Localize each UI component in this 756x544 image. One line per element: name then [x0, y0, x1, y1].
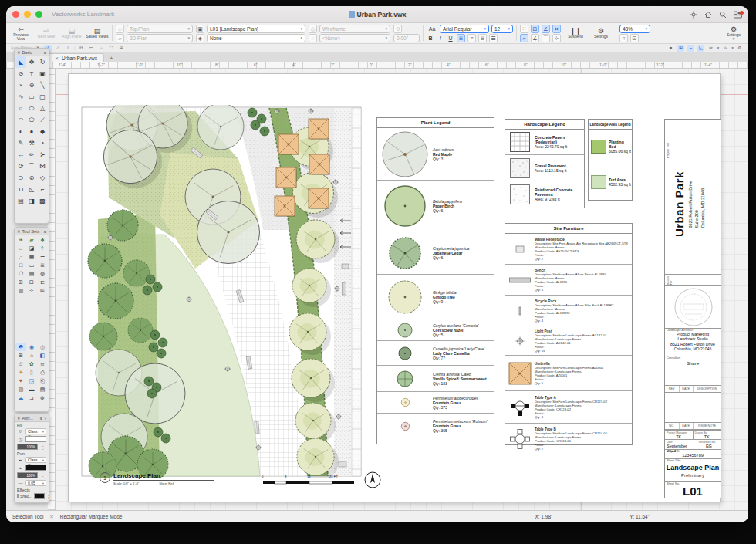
pen-style-icon[interactable]: ✑	[707, 45, 714, 52]
plant-legend-row[interactable]: Pennisetum alopecuroidesFountain GrassQt…	[377, 392, 494, 414]
lighting-tool-icon[interactable]: ⊹	[26, 286, 37, 295]
tool-sets-palette[interactable]: ✕Tool Sets≡ ❧▰♣ ▱◪↟ ⋰▦☰ □▭≣ ⬠▤◍ ⊞⊟⊏ ▥⊹⊨ …	[14, 227, 49, 412]
next-view-button[interactable]: ⇨Next View	[35, 28, 58, 39]
render-dropdown[interactable]: Wireframe▾	[319, 25, 390, 33]
class-dropdown[interactable]: None▾	[207, 34, 305, 42]
irrigation-tool-icon[interactable]: ▤	[26, 269, 37, 278]
fit-objects-icon[interactable]: ⌗	[619, 34, 628, 42]
view-solid-icon[interactable]: ■	[667, 45, 674, 52]
grid-tool-icon[interactable]: ⊞	[15, 278, 26, 286]
snap-grid-icon[interactable]: ⁙	[520, 25, 528, 33]
mode-settings-gear-icon[interactable]: ⚙	[736, 45, 744, 52]
printer-icon[interactable]: ⎙	[37, 368, 48, 377]
zoom-dropdown[interactable]: 48%▾	[619, 25, 650, 33]
control-center-icon[interactable]	[734, 11, 742, 19]
smart-points-icon[interactable]: ⊹	[552, 34, 561, 42]
document-tab[interactable]: ✕Urban Park.vwx	[48, 53, 104, 62]
mode-grid-icon[interactable]: ⊞	[117, 45, 125, 52]
stake-tool-icon[interactable]: ⊕	[26, 79, 37, 91]
plant-legend-row[interactable]: Camellia japonica 'Lady Clare'Lady Clare…	[377, 341, 494, 366]
sheet-icon[interactable]: ▤	[37, 385, 48, 394]
view-shear-icon[interactable]: ◺	[697, 45, 704, 52]
spiral-tool-icon[interactable]: ◐	[15, 126, 26, 137]
stair-tool-icon[interactable]: ≣	[37, 261, 48, 269]
triangle-tool-icon[interactable]: △	[37, 103, 48, 114]
concrete-strip[interactable]	[352, 108, 361, 476]
furniture-row[interactable]: Bicycle RackDescription: SiteFurn Anova …	[505, 296, 632, 326]
font-menu[interactable]: Aa	[427, 26, 437, 32]
close-palette-icon[interactable]: ✕	[17, 416, 21, 421]
align-left-icon[interactable]: ≣	[457, 34, 465, 42]
selection-tool-icon[interactable]: ◣	[15, 56, 26, 68]
shadow-color-swatch[interactable]	[34, 493, 45, 499]
camera-icon[interactable]: ⊙	[15, 360, 26, 368]
pen-opacity-menu-icon[interactable]: ⋮	[39, 473, 46, 478]
chamfer-tool-icon[interactable]: ◺	[26, 184, 37, 195]
flyover-tool-icon[interactable]: ↻	[37, 56, 48, 68]
dim-tool-icon[interactable]: ⌐	[37, 184, 48, 195]
arc-tool-icon[interactable]: ◠	[15, 114, 26, 126]
landscape-area-legend-panel[interactable]: Landscape Area Legend Planting Bed6085.0…	[588, 119, 633, 201]
layer-dropdown[interactable]: L01 [Landscape Plan]▾	[207, 25, 305, 33]
drawing-canvas[interactable]: Plant Legend Acer rubrumRed MapleQty: 3 …	[56, 69, 748, 510]
snap-edge-icon[interactable]: ⌐	[520, 34, 528, 42]
close-tab-icon[interactable]: ✕	[55, 56, 59, 61]
drawing-label[interactable]: 1 Landscape Plan Scale: 1/8" = 1'-0" She…	[100, 472, 214, 485]
view-bounds-icon[interactable]: ⊞	[677, 45, 684, 52]
align-justify-icon[interactable]: ☰	[489, 34, 498, 42]
building-icon[interactable]: ⌂	[26, 351, 37, 360]
furniture-row[interactable]: Table Type ADescription: SiteFurn Landsc…	[505, 391, 632, 424]
fill-style-dropdown[interactable]: Class St...▾	[25, 428, 46, 434]
reshape-tool-icon[interactable]: ◇	[37, 172, 48, 184]
sheet-l01[interactable]: Plant Legend Acer rubrumRed MapleQty: 3 …	[68, 73, 721, 502]
mirror-tool-icon[interactable]: ⋈	[37, 160, 48, 172]
settings-gear-icon[interactable]: ⊛	[37, 394, 48, 402]
site-furniture-panel[interactable]: Site Furniture Waste ReceptacleDescripti…	[505, 223, 633, 445]
basic-tools-palette[interactable]: ✕Basic≡ ◣✥↻ ⊙T▣ ×⊕╲ ∿▭▢ ○⬭△ ◠⬠⟋ ◐●◆ ✎⚒◔ …	[14, 48, 49, 224]
landscape-area-row[interactable]: Planting Bed6085.06 sq ft	[589, 130, 632, 164]
fence-tool-icon[interactable]: □	[15, 261, 26, 269]
wall-tool-icon[interactable]: ▭	[26, 261, 37, 269]
rotate-tool-icon[interactable]: ⟳	[15, 160, 26, 172]
hardscape-row[interactable]: Gravel PavementArea: 1113.15 sq ft	[505, 155, 584, 181]
plant-legend-row[interactable]: Clethra alnifolia 'Caleb'Vanilla Spice® …	[377, 366, 494, 392]
marker-style-icon[interactable]: ⟡	[721, 45, 729, 52]
reference-dropdown[interactable]: <None>▾	[319, 34, 390, 42]
layer-icon[interactable]: ▣	[196, 25, 204, 33]
plant-legend-row[interactable]: Corylus avellana 'Contorta'Corkscrew haz…	[377, 319, 494, 341]
flag-icon[interactable]: ◧	[37, 351, 48, 360]
minimize-window-button[interactable]	[24, 11, 31, 18]
underline-button[interactable]: U	[447, 35, 454, 41]
mode-offset-icon[interactable]: ⧉	[77, 45, 85, 52]
furniture-row[interactable]: Light PostDescription: SiteFurn Landscap…	[505, 326, 632, 356]
view-mode-icon[interactable]: ◇	[116, 25, 124, 33]
hardscape-legend-panel[interactable]: Hardscape Legend Concrete Pavers (Pedest…	[505, 119, 585, 208]
landscape-area-row[interactable]: Turf Area4582.93 sq ft	[589, 164, 632, 199]
line-weight-dropdown[interactable]: 0.05▾	[25, 480, 46, 486]
tree-tool-icon[interactable]: ↟	[37, 244, 48, 252]
close-palette-icon[interactable]: ✕	[17, 50, 21, 55]
plant-tool-icon[interactable]: ♣	[37, 235, 48, 244]
gear-menu-icon[interactable]	[690, 11, 697, 19]
pen-tool-icon[interactable]: ✏	[26, 149, 37, 160]
angle-field[interactable]: 0.00°	[393, 34, 420, 42]
grade-tool-icon[interactable]: ⋰	[15, 252, 26, 261]
snap-angle-icon[interactable]: ∠	[542, 25, 550, 33]
plant-legend-row[interactable]: Pennisetum setaceum 'Rubrum'Fountain Gra…	[377, 414, 494, 438]
plant-legend-row[interactable]: Betula papyriferaPaper BirchQty: 6	[377, 181, 494, 231]
bridge-tool-icon[interactable]: ⊓	[15, 184, 26, 195]
plan-mode-icon[interactable]: ▱	[116, 34, 124, 42]
compass-icon[interactable]: ◎	[37, 343, 48, 351]
fill-opacity-menu-icon[interactable]: ⋮	[39, 444, 46, 450]
title-block[interactable]: Project Title Urban Park 8621 Robert Ful…	[664, 119, 721, 498]
marquee-polygon-icon[interactable]: ⬠	[107, 45, 115, 52]
clock-tool-icon[interactable]: ◔	[37, 137, 48, 149]
palette-menu-icon[interactable]: ≡	[40, 416, 42, 421]
link-icon[interactable]: ⊐	[26, 394, 37, 402]
line-tool-icon[interactable]: ╲	[37, 79, 48, 91]
freehand-tool-icon[interactable]: ∿	[15, 91, 26, 103]
font-name-dropdown[interactable]: Arial Regular▾	[440, 25, 489, 33]
plant-legend-row[interactable]: Ginkgo bilobaGinkgo TreeQty: 9	[377, 275, 494, 319]
view-corner-icon[interactable]: ⌐	[687, 45, 694, 52]
snap-tangent-icon[interactable]: ⌒	[542, 34, 550, 42]
